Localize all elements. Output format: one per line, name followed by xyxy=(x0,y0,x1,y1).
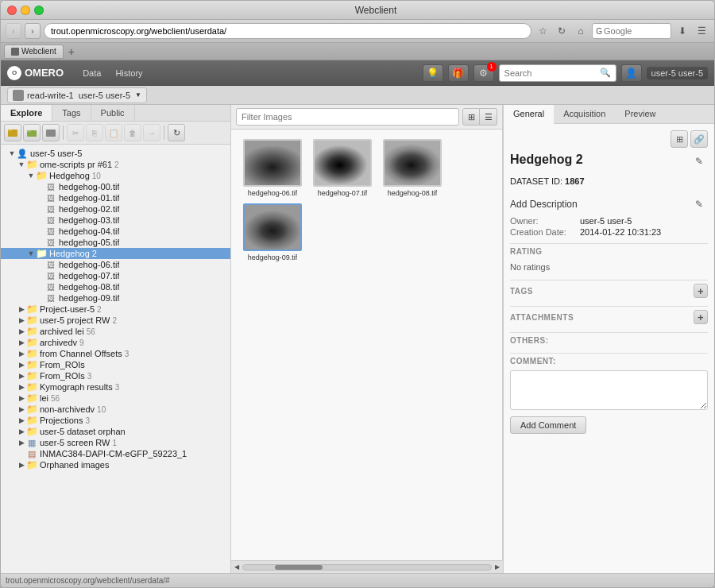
dataset-folder-icon-1: 📁 xyxy=(36,171,47,180)
tree-item-archivedv[interactable]: ▶ 📁 archivedv 9 xyxy=(1,337,230,348)
grid-view-button[interactable]: ⊞ xyxy=(462,108,480,126)
tree-item-h05[interactable]: 🖼 hedgehog-05.tif xyxy=(1,237,230,248)
thumb-item-4[interactable]: hedgehog-09.tif xyxy=(241,203,304,261)
tree-item-user[interactable]: ▼ 👤 user-5 user-5 xyxy=(1,148,230,159)
tree-toggle-project-user5[interactable]: ▶ xyxy=(17,304,26,314)
tree-item-archived-lei[interactable]: ▶ 📁 archived lei 56 xyxy=(1,326,230,337)
tree-item-orphaned[interactable]: ▶ 📁 Orphaned images xyxy=(1,459,230,470)
tab-tags[interactable]: Tags xyxy=(52,105,91,121)
tree-item-hedgehog[interactable]: ▼ 📁 Hedgehog 10 xyxy=(1,170,230,181)
tree-item-h00[interactable]: 🖼 hedgehog-00.tif xyxy=(1,181,230,192)
forward-button[interactable]: › xyxy=(25,23,41,39)
tree-item-h01[interactable]: 🖼 hedgehog-01.tif xyxy=(1,192,230,203)
tree-item-non-archivedv[interactable]: ▶ 📁 non-archivedv 10 xyxy=(1,404,230,415)
tree-item-project-user5[interactable]: ▶ 📁 Project-user-5 2 xyxy=(1,304,230,315)
paste-button[interactable]: 📋 xyxy=(105,124,122,141)
tree-item-user5-project-rw[interactable]: ▶ 📁 user-5 project RW 2 xyxy=(1,315,230,326)
tree-item-from-rois-1[interactable]: ▶ 📁 From_ROIs xyxy=(1,359,230,370)
scroll-thumb[interactable] xyxy=(275,565,323,570)
nav-history[interactable]: History xyxy=(109,67,149,79)
thumb-item-3[interactable]: hedgehog-08.tif xyxy=(381,139,444,197)
tree-item-h03[interactable]: 🖼 hedgehog-03.tif xyxy=(1,215,230,226)
new-folder-button[interactable] xyxy=(4,124,21,141)
tree-item-inmac[interactable]: ▤ INMAC384-DAPI-CM-eGFP_59223_1 xyxy=(1,448,230,459)
horizontal-scrollbar[interactable]: ◀ ▶ xyxy=(231,560,503,573)
tree-item-from-rois-2[interactable]: ▶ 📁 From_ROIs 3 xyxy=(1,370,230,381)
google-search-input[interactable] xyxy=(604,26,667,36)
tab-general[interactable]: General xyxy=(504,105,554,124)
scroll-track[interactable] xyxy=(242,564,492,571)
tree-toggle-user[interactable]: ▼ xyxy=(7,149,17,158)
tab-preview[interactable]: Preview xyxy=(615,105,665,123)
tree-item-from-channel[interactable]: ▶ 📁 from Channel Offsets 3 xyxy=(1,348,230,359)
tab-explore[interactable]: Explore xyxy=(1,105,52,121)
tree-item-kymograph[interactable]: ▶ 📁 Kymograph results 3 xyxy=(1,381,230,393)
tree-toggle-hedgehog2[interactable]: ▼ xyxy=(26,249,36,258)
open-folder-button[interactable] xyxy=(23,124,41,141)
tree-toggle-hedgehog[interactable]: ▼ xyxy=(26,171,36,180)
scroll-left-arrow[interactable]: ◀ xyxy=(234,563,239,571)
settings-icon[interactable]: ☰ xyxy=(694,23,709,39)
back-button[interactable]: ‹ xyxy=(6,23,21,39)
tree-item-h07[interactable]: 🖼 hedgehog-07.tif xyxy=(1,270,230,281)
thumb-item-1[interactable]: hedgehog-06.tif xyxy=(241,139,304,197)
bookmark-icon[interactable]: ☆ xyxy=(535,23,551,39)
tags-add-button[interactable]: + xyxy=(694,284,708,298)
cut-button[interactable]: ✂ xyxy=(67,124,84,141)
title-edit-button[interactable]: ✎ xyxy=(690,153,708,170)
description-edit-button[interactable]: ✎ xyxy=(690,195,708,213)
grid-view-right-button[interactable]: ⊞ xyxy=(671,130,688,148)
comment-textarea[interactable] xyxy=(510,370,708,410)
header-search-box[interactable]: 🔍 xyxy=(499,64,616,82)
address-bar[interactable] xyxy=(44,23,531,39)
tree-item-screen-rw[interactable]: ▶ ▦ user-5 screen RW 1 xyxy=(1,437,230,448)
add-comment-button[interactable]: Add Comment xyxy=(510,416,586,434)
tree-item-h04[interactable]: 🖼 hedgehog-04.tif xyxy=(1,226,230,237)
close-folder-button[interactable] xyxy=(42,124,60,141)
tree-item-lei[interactable]: ▶ 📁 lei 56 xyxy=(1,393,230,404)
link-view-right-button[interactable]: 🔗 xyxy=(690,130,708,148)
move-button[interactable]: → xyxy=(143,124,160,141)
tree-container[interactable]: ▼ 👤 user-5 user-5 ▼ 📁 ome-scripts pr #61… xyxy=(1,145,230,573)
tree-item-h02[interactable]: 🖼 hedgehog-02.tif xyxy=(1,203,230,215)
delete-button[interactable]: 🗑 xyxy=(124,124,141,141)
new-tab-button[interactable]: + xyxy=(65,45,78,58)
tree-item-dataset-orphan[interactable]: ▶ 📁 user-5 dataset orphan xyxy=(1,426,230,437)
tree-item-hedgehog2[interactable]: ▼ 📁 Hedgehog 2 xyxy=(1,248,230,259)
bulb-icon-button[interactable]: 💡 xyxy=(423,64,443,82)
tree-toggle-ome-scripts[interactable]: ▼ xyxy=(17,160,26,169)
tree-item-h08[interactable]: 🖼 hedgehog-08.tif xyxy=(1,281,230,292)
nav-data[interactable]: Data xyxy=(76,67,107,79)
tree-item-projections[interactable]: ▶ 📁 Projections 3 xyxy=(1,415,230,426)
download-icon[interactable]: ⬇ xyxy=(674,23,690,39)
owner-row: Owner: user-5 user-5 xyxy=(510,216,708,226)
admin-icon-button[interactable]: ⚙ 1 xyxy=(473,64,494,82)
tab-public[interactable]: Public xyxy=(91,105,135,121)
user-menu-button[interactable]: user-5 user-5 xyxy=(647,67,708,79)
attachments-add-button[interactable]: + xyxy=(694,310,708,324)
tree-item-ome-scripts[interactable]: ▼ 📁 ome-scripts pr #61 2 xyxy=(1,159,230,170)
tab-acquisition[interactable]: Acquisition xyxy=(554,105,615,123)
tree-item-h09[interactable]: 🖼 hedgehog-09.tif xyxy=(1,292,230,304)
user-avatar-button[interactable]: 👤 xyxy=(621,64,642,82)
refresh-button[interactable]: ↻ xyxy=(168,124,185,141)
close-button[interactable] xyxy=(7,6,17,15)
maximize-button[interactable] xyxy=(34,6,44,15)
thumb-item-2[interactable]: hedgehog-07.tif xyxy=(311,139,374,197)
tree-item-h06[interactable]: 🖼 hedgehog-06.tif xyxy=(1,259,230,270)
status-bar: trout.openmicroscopy.org/webclient/userd… xyxy=(1,573,714,587)
browser-toolbar: ‹ › ☆ ↻ ⌂ G ⬇ ☰ xyxy=(1,20,714,43)
browser-tab-webclient[interactable]: Webclient xyxy=(4,44,64,59)
gift-icon-button[interactable]: 🎁 xyxy=(448,64,469,82)
url-input[interactable] xyxy=(51,26,524,36)
scroll-right-arrow[interactable]: ▶ xyxy=(495,563,500,571)
svg-rect-3 xyxy=(27,130,31,132)
minimize-button[interactable] xyxy=(21,6,30,15)
copy-button[interactable]: ⎘ xyxy=(86,124,103,141)
filter-input[interactable] xyxy=(236,108,459,126)
home-icon[interactable]: ⌂ xyxy=(573,23,589,39)
header-search-input[interactable] xyxy=(504,68,600,78)
list-view-button[interactable]: ☰ xyxy=(480,108,497,126)
reload-icon[interactable]: ↻ xyxy=(554,23,570,39)
user-selector[interactable]: read-write-1 user-5 user-5 ▼ xyxy=(7,87,147,103)
